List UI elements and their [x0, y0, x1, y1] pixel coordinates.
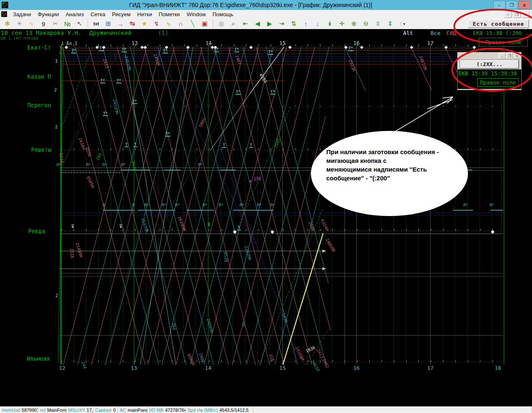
go-left-button[interactable]: ◀ [252, 19, 263, 29]
star-button[interactable]: ★ [139, 19, 150, 29]
span-marks-button[interactable]: ↹ [127, 19, 138, 29]
station-label-перегон[interactable]: Перегон [27, 102, 51, 108]
menu-помощь[interactable]: Помощь [209, 10, 236, 18]
zoom-in-button[interactable]: ⊕ [348, 19, 360, 29]
menu-сетка[interactable]: Сетка [87, 10, 108, 18]
menu-анализ[interactable]: Анализ [62, 10, 87, 18]
station-label-екат-ст[interactable]: Екат-Ст [27, 44, 51, 51]
callout-text: При наличии заготовки сообщения -мигающа… [326, 148, 455, 182]
magic-wand-button[interactable]: ✻ [2, 19, 13, 29]
lightning-line-button[interactable]: ϟ [163, 19, 174, 29]
message-code-button[interactable]: (:2ХХ... [460, 59, 519, 69]
station-label-ревда[interactable]: Ревда [28, 228, 45, 234]
message-button[interactable]: Есть сообщение [468, 19, 529, 28]
pack-down-button[interactable]: ↡ [324, 19, 335, 29]
up-button[interactable]: ↑ [300, 19, 311, 29]
status-label: I/O MB [149, 408, 163, 413]
lightning-icon: ϟ [30, 20, 33, 27]
vse-indicator[interactable]: Все [431, 30, 440, 36]
t-marker: Т [223, 143, 225, 147]
title-bar: ГИД "Урал-ВНИИЖТ" 760 Дор:76 E:\gid\exe_… [0, 0, 532, 10]
go-end-button[interactable]: ⇥ [276, 19, 287, 29]
menu-задачи[interactable]: Задачи [10, 10, 34, 18]
menu-функции[interactable]: Функции [34, 10, 62, 18]
status-label: Capture [95, 408, 111, 413]
callout-line: сообщение" - "(:200" [326, 174, 455, 182]
scissors-icon: ✂ [53, 20, 58, 27]
occupation-down-arrow [119, 225, 122, 228]
scissors-button[interactable]: ✂ [50, 19, 61, 29]
slope-line-button[interactable]: ╲ [187, 19, 198, 29]
train-line [62, 47, 121, 167]
menu-пометки[interactable]: Пометки [155, 10, 183, 18]
status-value: mainPanel [128, 408, 148, 413]
pstar-marker: П* [463, 203, 468, 207]
occupation-down-arrow [207, 223, 210, 226]
track-count-label: 2 [55, 125, 58, 129]
txt-button[interactable]: txt [91, 19, 102, 29]
magnifier-button[interactable]: ⌕ [228, 19, 239, 29]
arc-button[interactable]: ∩ [175, 19, 186, 29]
status-label: Spd r/w (MB/c) [187, 408, 218, 413]
pointer-button[interactable]: ↖ [74, 19, 85, 29]
window-grid-button[interactable]: ⊞ [103, 19, 114, 29]
float-close-button[interactable]: x [514, 53, 520, 59]
v-expand-button[interactable]: ⇳ [372, 19, 384, 29]
red-arrow-button[interactable]: → [115, 19, 126, 29]
mdi-close-button[interactable]: x [522, 11, 530, 18]
minimize-button[interactable]: – [493, 1, 505, 9]
graph-canvas[interactable]: 24332453Н2451ПМ2453ПМ24672523Н2461ПМ2463… [0, 39, 532, 406]
restore-button[interactable]: ❐ [506, 1, 518, 9]
disc-button[interactable]: ◎ [216, 19, 227, 29]
lightning-button[interactable]: ϟ [26, 19, 37, 29]
menu-нитки[interactable]: Нитки [134, 10, 155, 18]
gid-indicator[interactable]: ГИД [446, 30, 456, 36]
close-button[interactable]: x [518, 1, 530, 9]
status-segment-iomb: I/O MB47278/7642 [148, 407, 186, 413]
red-rect-button[interactable]: ▣ [199, 19, 210, 29]
zoom-out-button[interactable]: ⊖ [360, 19, 372, 29]
train-line [130, 47, 213, 365]
train-number-label: 2545 [273, 138, 281, 148]
train-graph-area[interactable]: 24332453Н2451ПМ2453ПМ24672523Н2461ПМ2463… [0, 39, 532, 406]
v-fit-button[interactable]: ⇕ [384, 19, 396, 29]
train-line [158, 47, 241, 365]
hour-label-bottom: 17 [427, 365, 433, 371]
station-label-ильмовк[interactable]: Ильмовк [27, 355, 50, 362]
disc-icon: ◎ [219, 20, 224, 27]
float-right-field-button[interactable]: Правое поле [477, 78, 519, 87]
float-window-titlebar[interactable]: – ❐ x [458, 52, 521, 59]
mdi-minimize-button[interactable]: – [504, 11, 512, 18]
v-compress-button[interactable]: ⇅ [288, 19, 299, 29]
tstar-marker: Т* [268, 50, 273, 54]
txt-icon: txt [94, 21, 99, 26]
t-marker: Т [134, 143, 137, 147]
overflow-button[interactable]: ⋮▾ [397, 19, 408, 29]
menu-window[interactable]: Window [183, 10, 209, 18]
menu-рисуем[interactable]: Рисуем [108, 10, 134, 18]
down-button[interactable]: ↓ [312, 19, 323, 29]
station-label-решеты[interactable]: Решеты [31, 146, 52, 153]
break-line-button[interactable]: ↯ [151, 19, 162, 29]
mdi-restore-button[interactable]: ❐ [513, 11, 521, 18]
train-line [259, 209, 323, 365]
toolbar: ✻✳ϟ9✂№↖txt⊞→↹★↯ϟ∩╲▣◎⌕⇤◀▶⇥⇅↑↓↡✛⊕⊖⇳⇕⋮▾ Ест… [0, 18, 532, 30]
float-restore-button[interactable]: ❐ [506, 53, 513, 59]
listen-button[interactable]: 9 [38, 19, 49, 29]
redraw-burst-button[interactable]: ✳ [14, 19, 25, 29]
date-user-label: 10 сен 13 Макарова У.Н. [1, 30, 81, 36]
renumber-button[interactable]: № [62, 19, 73, 29]
clock-label[interactable]: ЕКВ 15:38 (:200 .. [473, 30, 532, 36]
train-line [144, 47, 228, 365]
go-right-button[interactable]: ▶ [264, 19, 275, 29]
float-minimize-button[interactable]: – [499, 53, 505, 59]
right-field-button[interactable]: Правое поле [479, 38, 528, 47]
callout-line: При наличии заготовки сообщения - [326, 148, 455, 156]
station-label-казан п[interactable]: Казан П [27, 73, 51, 80]
go-start-button[interactable]: ⇤ [240, 19, 251, 29]
collapse-button[interactable]: ✛ [336, 19, 347, 29]
tstar-marker: Т* [133, 99, 137, 103]
status-label: AC [120, 408, 126, 413]
status-value: 58799072 [22, 408, 38, 413]
tstar-marker: Т* [165, 132, 170, 136]
